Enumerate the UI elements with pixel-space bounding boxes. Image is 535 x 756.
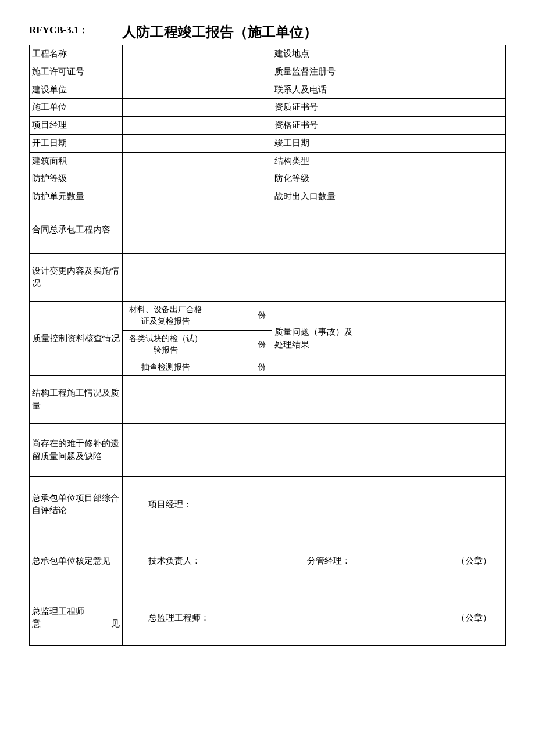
value-design-change[interactable] [123,253,506,301]
value-chemical-grade[interactable] [356,170,506,188]
value-quality-issue[interactable] [356,301,506,375]
value-build-unit[interactable] [123,81,272,99]
header: RFYCB-3.1： 人防工程竣工报告（施工单位） [29,23,506,41]
deputy-mgr-sig-label: 分管经理： [307,555,351,568]
value-end-date[interactable] [356,134,506,152]
label-chief-engineer-opinion: 总监理工程师 意见 [30,590,123,646]
label-contractor-self-eval: 总承包单位项目部综合自评结论 [30,477,123,532]
tech-lead-sig-label: 技术负责人： [148,555,201,568]
label-construct-unit: 施工单位 [30,99,123,117]
value-qualif-cert2[interactable] [356,117,506,135]
pm-sig-label: 项目经理： [148,500,192,509]
value-qualification-cert[interactable] [356,99,506,117]
value-start-date[interactable] [123,134,272,152]
label-protection-units: 防护单元数量 [30,188,123,206]
value-construction-site[interactable] [356,45,506,63]
label-qualification-cert: 资质证书号 [272,99,356,117]
value-protection-units[interactable] [123,188,272,206]
label-end-date: 竣工日期 [272,134,356,152]
chief-eng-sig-label: 总监理工程师： [148,612,209,625]
unit-copies: 份 [258,363,266,371]
label-contact-phone: 联系人及电话 [272,81,356,99]
label-contractor-approval: 总承包单位核定意见 [30,532,123,590]
value-quality-reg-no[interactable] [356,63,506,81]
label-structure-quality: 结构工程施工情况及质量 [30,376,123,424]
value-pm[interactable] [123,117,272,135]
value-chief-engineer-opinion[interactable]: 总监理工程师： （公章） [123,590,506,646]
label-design-change: 设计变更内容及实施情况 [30,253,123,301]
label-project-name: 工程名称 [30,45,123,63]
label-build-unit: 建设单位 [30,81,123,99]
value-wartime-entrances[interactable] [356,188,506,206]
form-code: RFYCB-3.1： [29,23,122,37]
value-contract-scope[interactable] [123,206,506,253]
label-quality-reg-no: 质量监督注册号 [272,63,356,81]
value-remaining-defects[interactable] [123,424,506,477]
form-table: 工程名称 建设地点 施工许可证号 质量监督注册号 建设单位 联系人及电话 施工单… [29,45,506,646]
label-pm: 项目经理 [30,117,123,135]
label-protection-grade: 防护等级 [30,170,123,188]
value-building-area[interactable] [123,152,272,170]
seal-label: （公章） [456,555,491,568]
value-contractor-approval[interactable]: 技术负责人： 分管经理： （公章） [123,532,506,590]
value-construct-unit[interactable] [123,99,272,117]
document-title: 人防工程竣工报告（施工单位） [122,23,506,41]
label-building-area: 建筑面积 [30,152,123,170]
label-remaining-defects: 尚存在的难于修补的遗留质量问题及缺陷 [30,424,123,477]
label-quality-issue: 质量问题（事故）及处理结果 [272,301,356,375]
label-construction-site: 建设地点 [272,45,356,63]
unit-copies: 份 [258,340,266,349]
value-contractor-self-eval[interactable]: 项目经理： [123,477,506,532]
label-spot-check: 抽查检测报告 [123,359,209,375]
label-permit-no: 施工许可证号 [30,63,123,81]
label-material-cert: 材料、设备出厂合格证及复检报告 [123,302,209,330]
value-structure-type[interactable] [356,152,506,170]
label-test-block: 各类试块的检（试）验报告 [123,331,209,359]
label-contract-scope: 合同总承包工程内容 [30,206,123,253]
value-protection-grade[interactable] [123,170,272,188]
seal-label: （公章） [456,612,491,625]
value-permit-no[interactable] [123,63,272,81]
label-chemical-grade: 防化等级 [272,170,356,188]
value-project-name[interactable] [123,45,272,63]
label-start-date: 开工日期 [30,134,123,152]
value-structure-quality[interactable] [123,376,506,424]
label-qualif-cert2: 资格证书号 [272,117,356,135]
label-structure-type: 结构类型 [272,152,356,170]
value-contact-phone[interactable] [356,81,506,99]
unit-copies: 份 [258,311,266,320]
label-wartime-entrances: 战时出入口数量 [272,188,356,206]
label-quality-review: 质量控制资料核查情况 [30,301,123,375]
